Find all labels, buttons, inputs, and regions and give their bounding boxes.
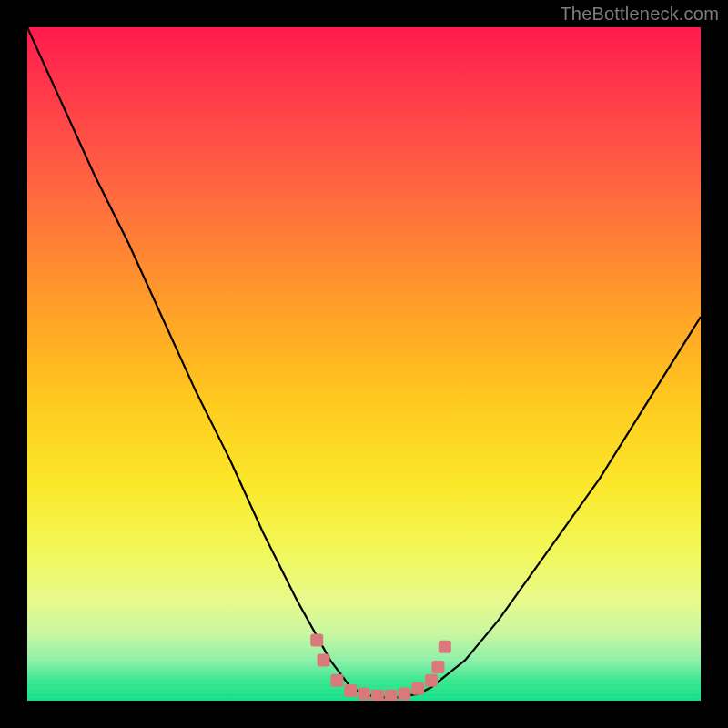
plot-area bbox=[27, 27, 701, 701]
watermark-text: TheBottleneck.com bbox=[560, 4, 719, 25]
bottleneck-curve bbox=[27, 27, 701, 701]
chart-frame: TheBottleneck.com bbox=[0, 0, 728, 728]
curve-path bbox=[27, 27, 701, 697]
